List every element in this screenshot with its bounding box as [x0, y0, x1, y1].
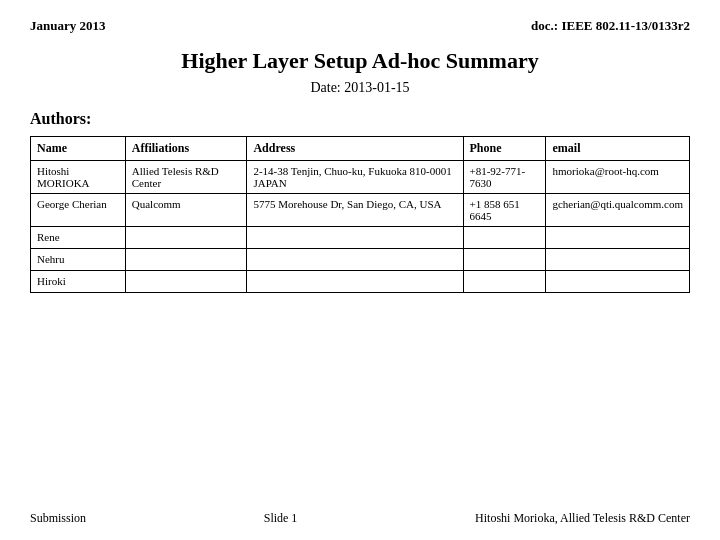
authors-label: Authors:	[30, 110, 690, 128]
cell-affiliations	[125, 227, 247, 249]
table-row: Nehru	[31, 249, 690, 271]
table-header-row: Name Affiliations Address Phone email	[31, 137, 690, 161]
cell-affiliations	[125, 271, 247, 293]
cell-address: 2-14-38 Tenjin, Chuo-ku, Fukuoka 810-000…	[247, 161, 463, 194]
cell-affiliations: Qualcomm	[125, 194, 247, 227]
cell-phone	[463, 227, 546, 249]
footer-author: Hitoshi Morioka, Allied Telesis R&D Cent…	[475, 511, 690, 526]
header-date: January 2013	[30, 18, 105, 34]
cell-phone	[463, 249, 546, 271]
footer-submission: Submission	[30, 511, 86, 526]
cell-address	[247, 249, 463, 271]
cell-address	[247, 271, 463, 293]
cell-name: Rene	[31, 227, 126, 249]
cell-email	[546, 227, 690, 249]
cell-affiliations	[125, 249, 247, 271]
cell-name: Nehru	[31, 249, 126, 271]
cell-phone: +1 858 651 6645	[463, 194, 546, 227]
cell-address: 5775 Morehouse Dr, San Diego, CA, USA	[247, 194, 463, 227]
page: January 2013 doc.: IEEE 802.11-13/0133r2…	[0, 0, 720, 540]
col-affiliations: Affiliations	[125, 137, 247, 161]
cell-email: gcherian@qti.qualcomm.com	[546, 194, 690, 227]
main-title: Higher Layer Setup Ad-hoc Summary	[30, 48, 690, 74]
cell-phone: +81-92-771-7630	[463, 161, 546, 194]
col-address: Address	[247, 137, 463, 161]
col-phone: Phone	[463, 137, 546, 161]
cell-address	[247, 227, 463, 249]
table-row: Hiroki	[31, 271, 690, 293]
table-row: George Cherian Qualcomm 5775 Morehouse D…	[31, 194, 690, 227]
col-email: email	[546, 137, 690, 161]
header-doc: doc.: IEEE 802.11-13/0133r2	[531, 18, 690, 34]
cell-name: George Cherian	[31, 194, 126, 227]
cell-phone	[463, 271, 546, 293]
footer: Submission Slide 1 Hitoshi Morioka, Alli…	[30, 505, 690, 526]
cell-email	[546, 271, 690, 293]
table-row: Hitoshi MORIOKA Allied Telesis R&D Cente…	[31, 161, 690, 194]
date-line: Date: 2013-01-15	[30, 80, 690, 96]
header: January 2013 doc.: IEEE 802.11-13/0133r2	[30, 18, 690, 34]
col-name: Name	[31, 137, 126, 161]
footer-slide: Slide 1	[264, 511, 298, 526]
cell-email	[546, 249, 690, 271]
cell-name: Hiroki	[31, 271, 126, 293]
cell-affiliations: Allied Telesis R&D Center	[125, 161, 247, 194]
cell-name: Hitoshi MORIOKA	[31, 161, 126, 194]
cell-email: hmorioka@root-hq.com	[546, 161, 690, 194]
authors-table: Name Affiliations Address Phone email Hi…	[30, 136, 690, 293]
table-row: Rene	[31, 227, 690, 249]
